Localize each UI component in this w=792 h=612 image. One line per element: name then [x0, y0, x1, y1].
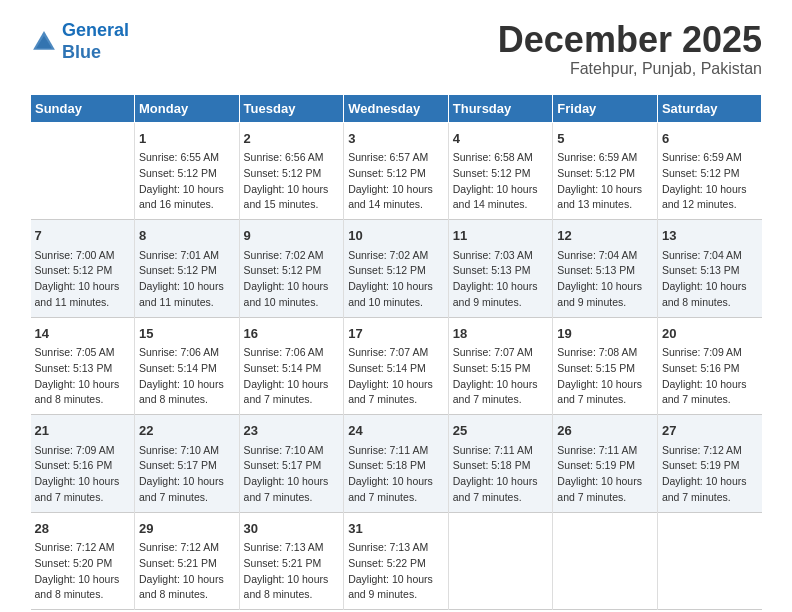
calendar-cell: 9Sunrise: 7:02 AM Sunset: 5:12 PM Daylig…	[239, 220, 344, 318]
day-number: 7	[35, 226, 131, 246]
day-info: Sunrise: 7:11 AM Sunset: 5:18 PM Dayligh…	[348, 443, 444, 506]
day-number: 28	[35, 519, 131, 539]
calendar-cell: 12Sunrise: 7:04 AM Sunset: 5:13 PM Dayli…	[553, 220, 658, 318]
day-info: Sunrise: 7:09 AM Sunset: 5:16 PM Dayligh…	[35, 443, 131, 506]
day-info: Sunrise: 7:07 AM Sunset: 5:15 PM Dayligh…	[453, 345, 549, 408]
calendar-cell	[657, 512, 761, 610]
calendar-week-row: 14Sunrise: 7:05 AM Sunset: 5:13 PM Dayli…	[31, 317, 762, 415]
day-number: 13	[662, 226, 758, 246]
day-info: Sunrise: 7:12 AM Sunset: 5:19 PM Dayligh…	[662, 443, 758, 506]
calendar-cell: 31Sunrise: 7:13 AM Sunset: 5:22 PM Dayli…	[344, 512, 449, 610]
calendar-cell: 20Sunrise: 7:09 AM Sunset: 5:16 PM Dayli…	[657, 317, 761, 415]
calendar-cell: 24Sunrise: 7:11 AM Sunset: 5:18 PM Dayli…	[344, 415, 449, 513]
day-info: Sunrise: 7:04 AM Sunset: 5:13 PM Dayligh…	[662, 248, 758, 311]
logo-line1: General	[62, 20, 129, 40]
day-number: 19	[557, 324, 653, 344]
day-info: Sunrise: 7:11 AM Sunset: 5:18 PM Dayligh…	[453, 443, 549, 506]
day-number: 22	[139, 421, 235, 441]
day-number: 1	[139, 129, 235, 149]
day-info: Sunrise: 6:59 AM Sunset: 5:12 PM Dayligh…	[662, 150, 758, 213]
day-number: 30	[244, 519, 340, 539]
day-info: Sunrise: 7:03 AM Sunset: 5:13 PM Dayligh…	[453, 248, 549, 311]
calendar-cell: 3Sunrise: 6:57 AM Sunset: 5:12 PM Daylig…	[344, 122, 449, 220]
logo: General Blue	[30, 20, 129, 63]
calendar-header-row: SundayMondayTuesdayWednesdayThursdayFrid…	[31, 94, 762, 122]
day-info: Sunrise: 6:58 AM Sunset: 5:12 PM Dayligh…	[453, 150, 549, 213]
day-number: 9	[244, 226, 340, 246]
month-title: December 2025	[498, 20, 762, 60]
calendar-cell: 27Sunrise: 7:12 AM Sunset: 5:19 PM Dayli…	[657, 415, 761, 513]
day-number: 4	[453, 129, 549, 149]
day-info: Sunrise: 7:07 AM Sunset: 5:14 PM Dayligh…	[348, 345, 444, 408]
calendar-cell: 16Sunrise: 7:06 AM Sunset: 5:14 PM Dayli…	[239, 317, 344, 415]
day-number: 20	[662, 324, 758, 344]
calendar-cell: 29Sunrise: 7:12 AM Sunset: 5:21 PM Dayli…	[135, 512, 240, 610]
day-number: 14	[35, 324, 131, 344]
day-number: 11	[453, 226, 549, 246]
day-info: Sunrise: 7:06 AM Sunset: 5:14 PM Dayligh…	[244, 345, 340, 408]
weekday-header: Saturday	[657, 94, 761, 122]
weekday-header: Tuesday	[239, 94, 344, 122]
title-block: December 2025 Fatehpur, Punjab, Pakistan	[498, 20, 762, 78]
day-number: 27	[662, 421, 758, 441]
calendar-cell: 1Sunrise: 6:55 AM Sunset: 5:12 PM Daylig…	[135, 122, 240, 220]
calendar-cell: 2Sunrise: 6:56 AM Sunset: 5:12 PM Daylig…	[239, 122, 344, 220]
weekday-header: Wednesday	[344, 94, 449, 122]
day-info: Sunrise: 6:55 AM Sunset: 5:12 PM Dayligh…	[139, 150, 235, 213]
day-info: Sunrise: 7:04 AM Sunset: 5:13 PM Dayligh…	[557, 248, 653, 311]
day-info: Sunrise: 7:12 AM Sunset: 5:21 PM Dayligh…	[139, 540, 235, 603]
day-number: 5	[557, 129, 653, 149]
day-info: Sunrise: 7:06 AM Sunset: 5:14 PM Dayligh…	[139, 345, 235, 408]
calendar-cell: 22Sunrise: 7:10 AM Sunset: 5:17 PM Dayli…	[135, 415, 240, 513]
day-info: Sunrise: 7:01 AM Sunset: 5:12 PM Dayligh…	[139, 248, 235, 311]
day-info: Sunrise: 6:59 AM Sunset: 5:12 PM Dayligh…	[557, 150, 653, 213]
calendar-cell: 10Sunrise: 7:02 AM Sunset: 5:12 PM Dayli…	[344, 220, 449, 318]
weekday-header: Monday	[135, 94, 240, 122]
calendar-cell	[31, 122, 135, 220]
day-info: Sunrise: 6:57 AM Sunset: 5:12 PM Dayligh…	[348, 150, 444, 213]
calendar-cell: 21Sunrise: 7:09 AM Sunset: 5:16 PM Dayli…	[31, 415, 135, 513]
calendar-cell: 5Sunrise: 6:59 AM Sunset: 5:12 PM Daylig…	[553, 122, 658, 220]
day-number: 8	[139, 226, 235, 246]
calendar-cell: 15Sunrise: 7:06 AM Sunset: 5:14 PM Dayli…	[135, 317, 240, 415]
day-info: Sunrise: 7:10 AM Sunset: 5:17 PM Dayligh…	[139, 443, 235, 506]
location-subtitle: Fatehpur, Punjab, Pakistan	[498, 60, 762, 78]
calendar-cell	[448, 512, 553, 610]
calendar-cell: 4Sunrise: 6:58 AM Sunset: 5:12 PM Daylig…	[448, 122, 553, 220]
calendar-cell: 11Sunrise: 7:03 AM Sunset: 5:13 PM Dayli…	[448, 220, 553, 318]
day-info: Sunrise: 7:02 AM Sunset: 5:12 PM Dayligh…	[348, 248, 444, 311]
calendar-week-row: 1Sunrise: 6:55 AM Sunset: 5:12 PM Daylig…	[31, 122, 762, 220]
day-number: 26	[557, 421, 653, 441]
day-number: 15	[139, 324, 235, 344]
page-header: General Blue December 2025 Fatehpur, Pun…	[30, 20, 762, 78]
calendar-cell: 6Sunrise: 6:59 AM Sunset: 5:12 PM Daylig…	[657, 122, 761, 220]
day-info: Sunrise: 7:10 AM Sunset: 5:17 PM Dayligh…	[244, 443, 340, 506]
day-number: 25	[453, 421, 549, 441]
calendar-week-row: 7Sunrise: 7:00 AM Sunset: 5:12 PM Daylig…	[31, 220, 762, 318]
day-info: Sunrise: 7:11 AM Sunset: 5:19 PM Dayligh…	[557, 443, 653, 506]
day-number: 29	[139, 519, 235, 539]
calendar-table: SundayMondayTuesdayWednesdayThursdayFrid…	[30, 94, 762, 611]
day-info: Sunrise: 7:13 AM Sunset: 5:22 PM Dayligh…	[348, 540, 444, 603]
day-number: 24	[348, 421, 444, 441]
day-info: Sunrise: 7:00 AM Sunset: 5:12 PM Dayligh…	[35, 248, 131, 311]
calendar-week-row: 28Sunrise: 7:12 AM Sunset: 5:20 PM Dayli…	[31, 512, 762, 610]
calendar-cell: 28Sunrise: 7:12 AM Sunset: 5:20 PM Dayli…	[31, 512, 135, 610]
day-info: Sunrise: 7:13 AM Sunset: 5:21 PM Dayligh…	[244, 540, 340, 603]
calendar-cell: 17Sunrise: 7:07 AM Sunset: 5:14 PM Dayli…	[344, 317, 449, 415]
calendar-week-row: 21Sunrise: 7:09 AM Sunset: 5:16 PM Dayli…	[31, 415, 762, 513]
calendar-cell	[553, 512, 658, 610]
calendar-cell: 19Sunrise: 7:08 AM Sunset: 5:15 PM Dayli…	[553, 317, 658, 415]
day-number: 17	[348, 324, 444, 344]
calendar-cell: 18Sunrise: 7:07 AM Sunset: 5:15 PM Dayli…	[448, 317, 553, 415]
calendar-cell: 8Sunrise: 7:01 AM Sunset: 5:12 PM Daylig…	[135, 220, 240, 318]
weekday-header: Thursday	[448, 94, 553, 122]
day-number: 16	[244, 324, 340, 344]
day-number: 6	[662, 129, 758, 149]
calendar-cell: 26Sunrise: 7:11 AM Sunset: 5:19 PM Dayli…	[553, 415, 658, 513]
day-number: 3	[348, 129, 444, 149]
logo-line2: Blue	[62, 42, 101, 62]
calendar-cell: 13Sunrise: 7:04 AM Sunset: 5:13 PM Dayli…	[657, 220, 761, 318]
calendar-cell: 30Sunrise: 7:13 AM Sunset: 5:21 PM Dayli…	[239, 512, 344, 610]
weekday-header: Sunday	[31, 94, 135, 122]
